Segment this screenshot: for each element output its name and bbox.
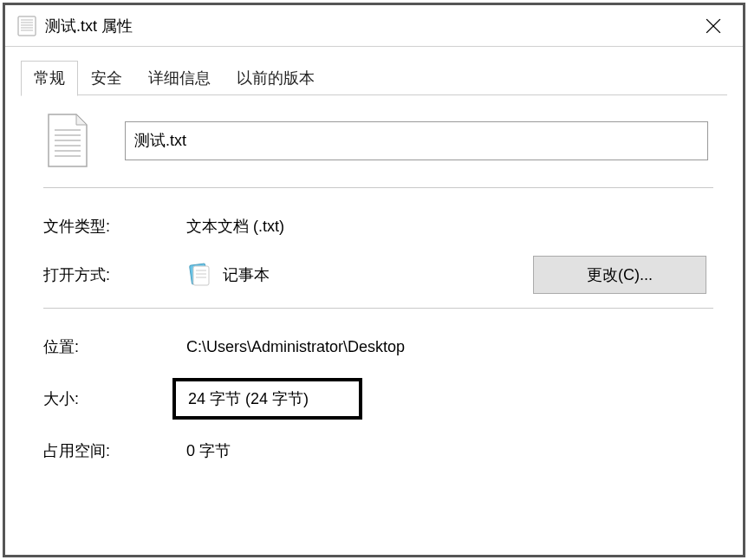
filetype-label: 文件类型: — [43, 216, 186, 237]
tab-content: 文件类型: 文本文档 (.txt) 打开方式: 记事本 更改(C)... 位置:… — [5, 95, 743, 555]
size-value: 24 字节 (24 字节) — [188, 390, 309, 407]
size-on-disk-label: 占用空间: — [43, 440, 186, 461]
document-icon — [45, 113, 90, 168]
divider — [43, 308, 713, 309]
size-on-disk-value: 0 字节 — [186, 440, 713, 461]
close-button[interactable] — [687, 9, 739, 43]
size-row: 大小: 24 字节 (24 字节) — [43, 371, 713, 427]
size-on-disk-row: 占用空间: 0 字节 — [43, 427, 713, 475]
notepad-icon — [186, 262, 212, 288]
tab-security[interactable]: 安全 — [78, 61, 135, 95]
properties-dialog: 测试.txt 属性 常规 安全 详细信息 以前的版本 — [3, 3, 745, 557]
tab-strip: 常规 安全 详细信息 以前的版本 — [5, 47, 743, 95]
titlebar: 测试.txt 属性 — [5, 5, 743, 47]
document-icon — [17, 16, 36, 36]
size-label: 大小: — [43, 388, 186, 409]
tab-general[interactable]: 常规 — [21, 61, 78, 96]
tab-details[interactable]: 详细信息 — [135, 61, 224, 95]
location-row: 位置: C:\Users\Administrator\Desktop — [43, 322, 713, 371]
location-label: 位置: — [43, 336, 186, 357]
size-highlight: 24 字节 (24 字节) — [172, 378, 362, 420]
filename-row — [43, 113, 713, 168]
openwith-row: 打开方式: 记事本 更改(C)... — [43, 251, 713, 299]
svg-rect-0 — [18, 16, 36, 36]
change-button[interactable]: 更改(C)... — [533, 256, 706, 294]
divider — [43, 187, 713, 188]
openwith-label: 打开方式: — [43, 264, 186, 285]
filetype-row: 文件类型: 文本文档 (.txt) — [43, 202, 713, 251]
location-value: C:\Users\Administrator\Desktop — [186, 338, 713, 356]
svg-rect-15 — [193, 266, 209, 285]
filename-input[interactable] — [125, 121, 708, 160]
openwith-value: 记事本 — [223, 264, 270, 285]
tab-previous-versions[interactable]: 以前的版本 — [224, 61, 328, 95]
filetype-value: 文本文档 (.txt) — [186, 216, 713, 237]
window-title: 测试.txt 属性 — [45, 16, 687, 36]
